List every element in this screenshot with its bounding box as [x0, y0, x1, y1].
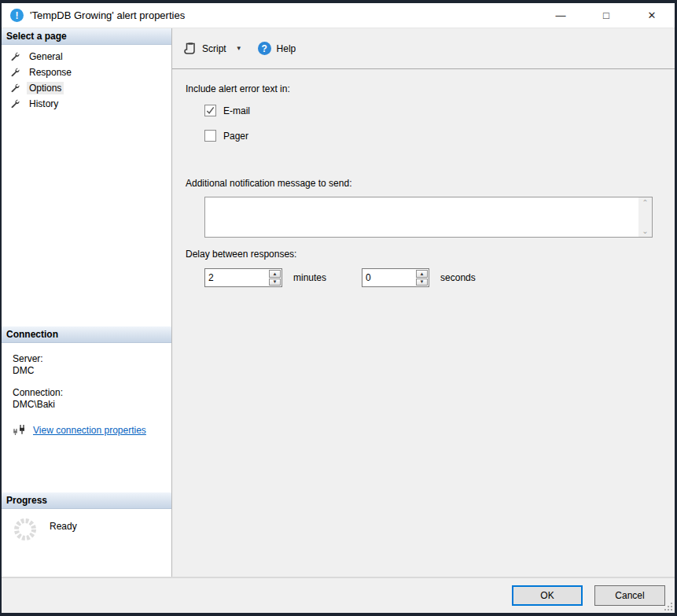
- seconds-unit-label: seconds: [440, 272, 476, 283]
- progress-header: Progress: [2, 492, 171, 509]
- email-checkbox-label[interactable]: E-mail: [223, 105, 250, 116]
- minutes-input[interactable]: [205, 269, 268, 286]
- seconds-stepper: ▲ ▼: [362, 268, 429, 287]
- message-textbox-frame: ⌃ ⌄: [204, 197, 653, 238]
- wrench-icon: [10, 52, 20, 62]
- scroll-up-icon[interactable]: ⌃: [642, 200, 648, 206]
- dialog-window: ! 'TempDB Growing' alert properties — □ …: [0, 0, 677, 616]
- main-panel: Script ▼ ? Help Include alert error text…: [172, 28, 675, 577]
- seconds-spin-down-button[interactable]: ▼: [416, 278, 428, 286]
- ok-button[interactable]: OK: [512, 585, 583, 606]
- minutes-spin-down-button[interactable]: ▼: [269, 278, 281, 286]
- seconds-input[interactable]: [362, 269, 415, 286]
- resize-grip[interactable]: [664, 603, 673, 611]
- progress-status: Ready: [50, 521, 77, 577]
- view-connection-properties-link[interactable]: View connection properties: [33, 425, 146, 436]
- script-button[interactable]: Script: [202, 43, 226, 54]
- wrench-icon: [10, 68, 20, 78]
- sidebar-item-label: History: [27, 98, 61, 110]
- options-page-content: Include alert error text in: E-mail Page…: [172, 69, 675, 577]
- window-title: 'TempDB Growing' alert properties: [30, 9, 185, 21]
- window-controls: — □ ✕: [538, 3, 675, 28]
- delay-between-responses-label: Delay between responses:: [186, 249, 653, 260]
- additional-message-label: Additional notification message to send:: [186, 178, 653, 189]
- sidebar-item-history[interactable]: History: [2, 96, 171, 112]
- server-label: Server:: [13, 353, 165, 365]
- sidebar-item-options[interactable]: Options: [2, 80, 171, 96]
- progress-area: Ready: [2, 509, 171, 577]
- pager-checkbox[interactable]: [204, 130, 216, 142]
- checkmark-icon: [205, 105, 215, 116]
- include-alert-error-label: Include alert error text in:: [186, 83, 653, 94]
- progress-spinner-icon: [12, 516, 39, 543]
- additional-message-input[interactable]: [205, 197, 638, 237]
- maximize-button[interactable]: □: [583, 3, 629, 28]
- scroll-down-icon[interactable]: ⌄: [642, 228, 648, 234]
- wrench-icon: [10, 83, 20, 94]
- sidebar-item-response[interactable]: Response: [2, 65, 171, 80]
- pager-checkbox-label[interactable]: Pager: [223, 131, 248, 142]
- connection-label: Connection:: [13, 387, 165, 399]
- sidebar-item-label: Response: [27, 66, 74, 79]
- connection-plug-icon: [13, 424, 26, 436]
- seconds-spin-up-button[interactable]: ▲: [416, 270, 428, 278]
- textarea-scrollbar[interactable]: ⌃ ⌄: [638, 197, 652, 237]
- sidebar-item-label: General: [27, 50, 65, 63]
- script-icon: [183, 42, 197, 55]
- minimize-button[interactable]: —: [538, 3, 583, 28]
- help-button[interactable]: Help: [277, 43, 296, 54]
- wrench-icon: [10, 99, 20, 109]
- server-value: DMC: [13, 365, 165, 377]
- select-a-page-header: Select a page: [2, 28, 171, 45]
- minutes-spin-up-button[interactable]: ▲: [269, 270, 281, 278]
- script-dropdown-icon[interactable]: ▼: [236, 45, 242, 52]
- minutes-unit-label: minutes: [293, 272, 326, 283]
- sidebar: Select a page General Response: [2, 28, 172, 577]
- minutes-stepper: ▲ ▼: [204, 268, 282, 287]
- sidebar-item-label: Options: [27, 82, 64, 94]
- alert-icon: !: [10, 9, 24, 22]
- connection-header: Connection: [2, 326, 171, 343]
- email-checkbox[interactable]: [204, 105, 216, 116]
- sidebar-item-general[interactable]: General: [2, 49, 171, 65]
- cancel-button[interactable]: Cancel: [594, 585, 665, 606]
- toolbar: Script ▼ ? Help: [172, 28, 675, 69]
- footer: OK Cancel: [2, 577, 675, 613]
- page-list: General Response Options: [2, 45, 171, 112]
- connection-info: Server: DMC Connection: DMC\Baki: [2, 343, 171, 492]
- connection-value: DMC\Baki: [13, 399, 165, 411]
- help-icon: ?: [258, 42, 271, 55]
- close-button[interactable]: ✕: [629, 3, 675, 28]
- titlebar: ! 'TempDB Growing' alert properties — □ …: [2, 3, 675, 28]
